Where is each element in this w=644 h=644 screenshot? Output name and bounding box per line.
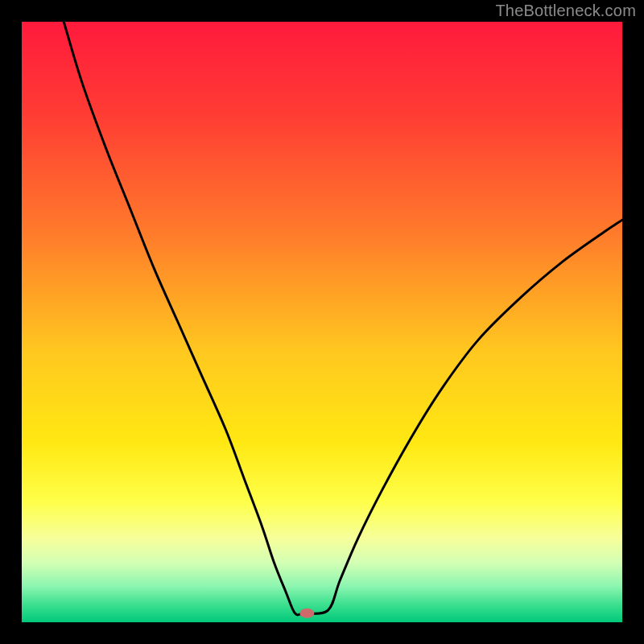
plot-area (22, 22, 622, 622)
watermark-text: TheBottleneck.com (495, 2, 636, 20)
chart-frame: TheBottleneck.com (0, 0, 644, 644)
optimal-point-marker (299, 609, 314, 618)
bottleneck-chart (22, 22, 622, 622)
gradient-background (22, 22, 622, 622)
